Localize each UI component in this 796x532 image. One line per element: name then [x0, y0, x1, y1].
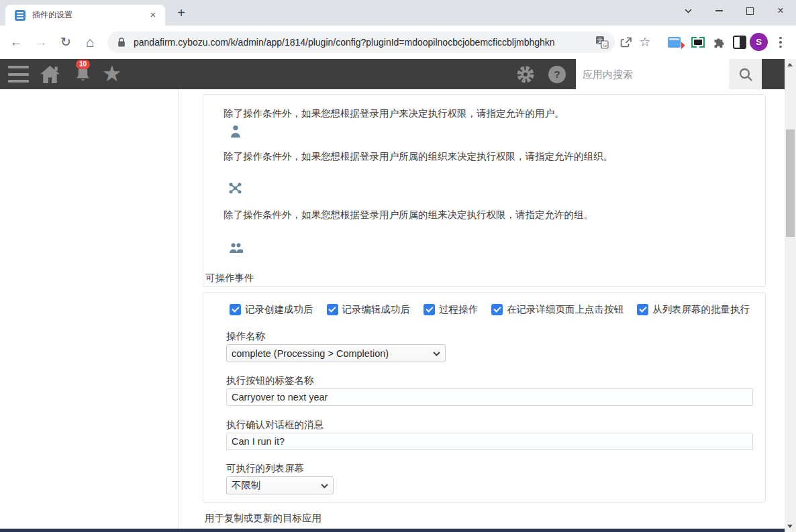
- browser-window: 插件的设置 × + × ← → ↻ ⌂ pandafirm.cybozu.com…: [0, 0, 796, 532]
- scroll-down-arrow-icon[interactable]: [787, 525, 793, 528]
- sidebar-divider: [178, 89, 179, 529]
- window-controls: ×: [673, 0, 796, 21]
- forward-button[interactable]: →: [32, 34, 50, 51]
- list-view-label: 可执行的列表屏幕: [226, 462, 304, 475]
- window-close-button[interactable]: ×: [765, 0, 796, 21]
- svg-text:G: G: [603, 42, 607, 48]
- confirm-message-label: 执行确认对话框的消息: [226, 419, 324, 431]
- button-label-input[interactable]: [226, 388, 753, 406]
- allowed-groups-hint: 除了操作条件外，如果您想根据登录用户所属的组来决定执行权限，请指定允许的组。: [223, 209, 593, 221]
- lock-icon: [117, 37, 126, 50]
- new-tab-button[interactable]: +: [172, 4, 191, 23]
- vertical-scrollbar[interactable]: [785, 59, 796, 532]
- list-view-select[interactable]: 不限制: [226, 476, 334, 494]
- allowed-users-hint: 除了操作条件外，如果您想根据登录用户来决定执行权限，请指定允许的用户。: [223, 107, 564, 120]
- browser-tab-strip: 插件的设置 × + ×: [0, 0, 796, 25]
- checkbox-label: 记录编辑成功后: [342, 303, 411, 316]
- home-button[interactable]: ⌂: [81, 34, 99, 51]
- plugin-favicon-icon: [15, 10, 26, 21]
- share-icon[interactable]: [617, 34, 636, 51]
- search-button[interactable]: [729, 59, 762, 89]
- browser-menu-icon[interactable]: [776, 35, 785, 50]
- profile-avatar[interactable]: S: [750, 33, 768, 51]
- action-name-select[interactable]: complete (Processing > Completion): [226, 344, 446, 362]
- checkbox-checked-icon: [637, 304, 648, 315]
- checkbox-label: 过程操作: [439, 303, 478, 316]
- event-checkbox-record-create[interactable]: 记录创建成功后: [230, 303, 313, 316]
- scrollbar-thumb[interactable]: [786, 129, 795, 237]
- tab-close-icon[interactable]: ×: [146, 8, 160, 21]
- organization-icon[interactable]: [229, 182, 242, 197]
- button-label-label: 执行按钮的标签名称: [226, 374, 314, 387]
- notification-count-badge: 10: [76, 60, 90, 69]
- url-text: pandafirm.cybozu.com/k/admin/app/1814/pl…: [134, 32, 555, 53]
- event-checkbox-record-edit[interactable]: 记录编辑成功后: [327, 303, 411, 316]
- checkbox-checked-icon: [491, 304, 503, 315]
- extension-screenshot-icon[interactable]: [664, 34, 683, 51]
- checkbox-checked-icon: [230, 304, 241, 315]
- event-checkbox-row: 记录创建成功后 记录编辑成功后 过程操作 在记录详细页面上点击按钮 从列表屏幕的…: [230, 303, 750, 316]
- checkbox-checked-icon: [327, 304, 338, 315]
- tab-title: 插件的设置: [32, 5, 72, 25]
- permissions-panel: 除了操作条件外，如果您想根据登录用户来决定执行权限，请指定允许的用户。 除了操作…: [203, 94, 766, 287]
- scroll-up-arrow-icon[interactable]: [787, 63, 793, 66]
- event-checkbox-process-action[interactable]: 过程操作: [424, 303, 478, 316]
- group-icon[interactable]: [229, 243, 243, 256]
- chevron-down-icon: [321, 484, 328, 488]
- maximize-button[interactable]: [734, 0, 765, 21]
- checkbox-label: 记录创建成功后: [245, 303, 313, 316]
- select-value: complete (Processing > Completion): [232, 348, 389, 359]
- extension-darkreader-icon[interactable]: [730, 34, 749, 51]
- app-header: 10 ★ ?: [0, 59, 785, 89]
- address-bar[interactable]: pandafirm.cybozu.com/k/admin/app/1814/pl…: [107, 32, 615, 53]
- reload-button[interactable]: ↻: [57, 34, 74, 51]
- action-settings-panel: 记录创建成功后 记录编辑成功后 过程操作 在记录详细页面上点击按钮 从列表屏幕的…: [203, 292, 766, 502]
- allowed-orgs-hint: 除了操作条件外，如果您想根据登录用户所属的组织来决定执行权限，请指定允许的组织。: [223, 150, 613, 163]
- hamburger-menu-icon[interactable]: [8, 66, 29, 83]
- bookmark-star-icon[interactable]: ☆: [636, 34, 654, 51]
- events-section-label: 可操作事件: [205, 272, 254, 284]
- in-app-search-input[interactable]: [576, 59, 729, 89]
- user-icon[interactable]: [230, 125, 241, 140]
- browser-toolbar: ← → ↻ ⌂ pandafirm.cybozu.com/k/admin/app…: [0, 25, 796, 59]
- portal-home-icon[interactable]: [40, 65, 60, 87]
- target-app-section-label: 用于复制或更新的目标应用: [205, 512, 321, 525]
- select-value: 不限制: [232, 479, 261, 492]
- checkbox-checked-icon: [424, 304, 435, 315]
- favorites-star-icon[interactable]: ★: [102, 60, 122, 88]
- confirm-message-input[interactable]: [226, 433, 753, 450]
- help-icon[interactable]: ?: [548, 66, 566, 83]
- event-checkbox-bulk-list[interactable]: 从列表屏幕的批量执行: [637, 303, 750, 316]
- extensions-puzzle-icon[interactable]: [709, 34, 728, 51]
- checkbox-label: 在记录详细页面上点击按钮: [507, 303, 624, 316]
- settings-gear-icon[interactable]: [516, 65, 535, 87]
- minimize-button[interactable]: [703, 0, 734, 21]
- translate-icon[interactable]: 文 G: [595, 36, 609, 49]
- extension-capture-icon[interactable]: [689, 34, 707, 51]
- action-name-label: 操作名称: [226, 330, 265, 343]
- checkbox-label: 从列表屏幕的批量执行: [652, 303, 750, 316]
- back-button[interactable]: ←: [7, 34, 25, 51]
- plugin-config-page: 除了操作条件外，如果您想根据登录用户来决定执行权限，请指定允许的用户。 除了操作…: [0, 89, 785, 529]
- tab-search-chevron-icon[interactable]: [673, 0, 703, 21]
- event-checkbox-detail-button[interactable]: 在记录详细页面上点击按钮: [491, 303, 624, 316]
- chevron-down-icon: [433, 352, 440, 356]
- next-section-header-edge: [0, 529, 785, 532]
- browser-tab[interactable]: 插件的设置 ×: [5, 5, 165, 25]
